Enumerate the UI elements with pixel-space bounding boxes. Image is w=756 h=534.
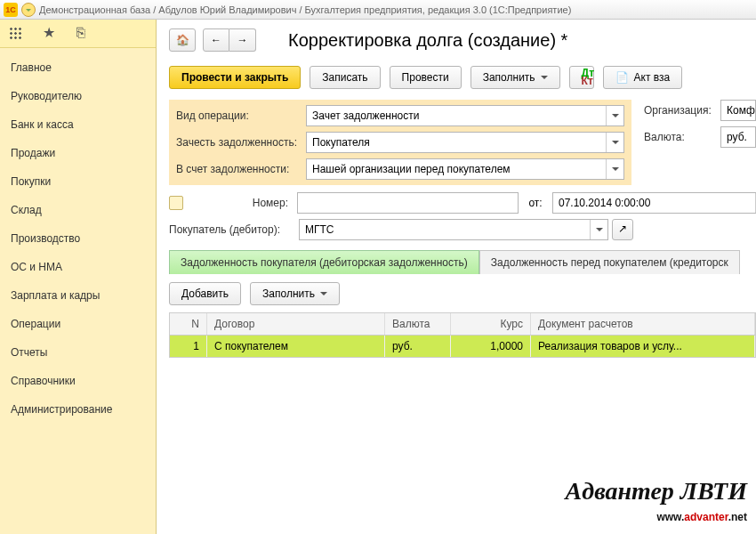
- fill-label: Заполнить: [483, 71, 535, 84]
- sidebar-item-11[interactable]: Справочники: [0, 367, 156, 395]
- act-button[interactable]: 📄 Акт вза: [603, 66, 683, 89]
- post-and-close-label: Провести и закрыть: [181, 71, 288, 84]
- sidebar-iconbar: [0, 20, 156, 48]
- forward-button[interactable]: →: [229, 28, 256, 52]
- debt-table: N Договор Валюта Курс Документ расчетов …: [169, 312, 756, 358]
- table-row[interactable]: 1 С покупателем руб. 1,0000 Реализация т…: [170, 336, 755, 357]
- date-input[interactable]: 07.10.2014 0:00:00📅: [552, 192, 756, 214]
- offset-value: Покупателя: [307, 136, 606, 149]
- against-input[interactable]: Нашей организации перед покупателем: [306, 158, 624, 180]
- sidebar-item-0[interactable]: Главное: [0, 53, 156, 82]
- col-n[interactable]: N: [170, 313, 207, 335]
- tabs: Задолженность покупателя (дебиторская за…: [169, 249, 756, 273]
- operation-kind-input[interactable]: Зачет задолженности: [306, 105, 624, 126]
- sidebar-item-8[interactable]: Зарплата и кадры: [0, 281, 156, 310]
- window-titlebar: 1С Демонстрационная база / Абдулов Юрий …: [0, 0, 756, 20]
- dropdown-icon[interactable]: [606, 106, 623, 125]
- col-currency[interactable]: Валюта: [385, 313, 451, 335]
- add-row-label: Добавить: [181, 287, 229, 300]
- fill-rows-button[interactable]: Заполнить: [250, 282, 340, 305]
- sidebar-item-1[interactable]: Руководителю: [0, 82, 156, 110]
- col-rate[interactable]: Курс: [451, 313, 531, 335]
- cell-contract: С покупателем: [207, 336, 385, 357]
- home-button[interactable]: 🏠: [169, 28, 196, 52]
- buyer-value: МГТС: [300, 223, 590, 236]
- offset-label: Зачесть задолженность:: [176, 136, 306, 149]
- tab-debtor-label: Задолженность покупателя (дебиторская за…: [181, 256, 468, 269]
- favorites-icon[interactable]: [43, 27, 57, 41]
- buyer-input[interactable]: МГТС: [299, 219, 608, 240]
- currency-label: Валюта:: [644, 131, 720, 143]
- dt-kt-icon: ДтКт: [582, 69, 594, 85]
- cell-doc: Реализация товаров и услу...: [531, 336, 755, 357]
- side-fields: Организация:Комф Валюта:руб.: [644, 100, 756, 148]
- cell-currency: руб.: [385, 336, 451, 357]
- page-title: Корректировка долга (создание) *: [288, 30, 567, 51]
- titlebar-dropdown-icon[interactable]: [21, 3, 36, 17]
- act-label: Акт вза: [634, 71, 671, 84]
- sidebar: ГлавноеРуководителюБанк и кассаПродажиПо…: [0, 20, 157, 534]
- apps-icon[interactable]: [9, 27, 23, 41]
- save-label: Записать: [322, 71, 367, 84]
- operation-group: Вид операции: Зачет задолженности Зачест…: [169, 100, 631, 185]
- org-value: Комф: [721, 104, 756, 117]
- tab-creditor[interactable]: Задолженность перед покупателем (кредито…: [479, 250, 740, 274]
- dropdown-icon[interactable]: [590, 220, 607, 239]
- sidebar-item-9[interactable]: Операции: [0, 310, 156, 338]
- operation-kind-value: Зачет задолженности: [307, 109, 606, 122]
- dt-kt-button[interactable]: ДтКт: [569, 66, 594, 89]
- history-icon[interactable]: [76, 27, 91, 41]
- number-label: Номер:: [189, 197, 297, 209]
- sidebar-item-6[interactable]: Производство: [0, 224, 156, 253]
- post-and-close-button[interactable]: Провести и закрыть: [169, 66, 301, 89]
- sidebar-item-4[interactable]: Покупки: [0, 167, 156, 196]
- org-label: Организация:: [644, 104, 720, 117]
- app-logo-icon: 1С: [4, 3, 18, 17]
- against-label: В счет задолженности:: [176, 163, 306, 175]
- currency-value: руб.: [721, 131, 755, 143]
- offset-input[interactable]: Покупателя: [306, 132, 624, 153]
- fill-button[interactable]: Заполнить: [470, 66, 560, 89]
- col-contract[interactable]: Договор: [207, 313, 385, 335]
- against-value: Нашей организации перед покупателем: [307, 163, 606, 175]
- dropdown-icon[interactable]: [606, 159, 623, 179]
- tab-debtor[interactable]: Задолженность покупателя (дебиторская за…: [169, 250, 479, 274]
- sidebar-item-12[interactable]: Администрирование: [0, 395, 156, 424]
- col-doc[interactable]: Документ расчетов: [531, 313, 755, 335]
- main-area: 🏠 ← → Корректировка долга (создание) * П…: [157, 20, 756, 534]
- save-button[interactable]: Записать: [310, 66, 380, 89]
- sidebar-item-5[interactable]: Склад: [0, 196, 156, 224]
- from-label: от:: [519, 197, 552, 209]
- toolbar: Провести и закрыть Записать Провести Зап…: [169, 66, 756, 89]
- number-input[interactable]: [297, 192, 519, 214]
- sidebar-item-3[interactable]: Продажи: [0, 139, 156, 167]
- date-value: 07.10.2014 0:00:00: [553, 197, 755, 209]
- post-label: Провести: [402, 71, 449, 84]
- watermark: Адвантер ЛВТИ www.advanter.net: [566, 477, 747, 525]
- back-button[interactable]: ←: [203, 28, 229, 52]
- open-buyer-button[interactable]: ↗: [612, 219, 633, 240]
- tab-creditor-label: Задолженность перед покупателем (кредито…: [491, 256, 728, 269]
- doc-icon: [169, 196, 183, 210]
- sidebar-nav: ГлавноеРуководителюБанк и кассаПродажиПо…: [0, 48, 156, 429]
- watermark-title: Адвантер ЛВТИ: [566, 477, 747, 506]
- cell-rate: 1,0000: [451, 336, 531, 357]
- sidebar-item-10[interactable]: Отчеты: [0, 338, 156, 367]
- org-input[interactable]: Комф: [720, 100, 756, 121]
- cell-n: 1: [170, 336, 207, 357]
- table-header: N Договор Валюта Курс Документ расчетов: [170, 313, 755, 336]
- fill-rows-label: Заполнить: [262, 287, 315, 300]
- post-button[interactable]: Провести: [390, 66, 462, 89]
- window-title: Демонстрационная база / Абдулов Юрий Вла…: [39, 4, 571, 15]
- dropdown-icon[interactable]: [606, 133, 623, 152]
- operation-kind-label: Вид операции:: [176, 109, 306, 122]
- add-row-button[interactable]: Добавить: [169, 282, 241, 305]
- sidebar-item-7[interactable]: ОС и НМА: [0, 253, 156, 281]
- sidebar-item-2[interactable]: Банк и касса: [0, 110, 156, 139]
- currency-input[interactable]: руб.: [720, 126, 756, 148]
- buyer-label: Покупатель (дебитор):: [169, 223, 299, 236]
